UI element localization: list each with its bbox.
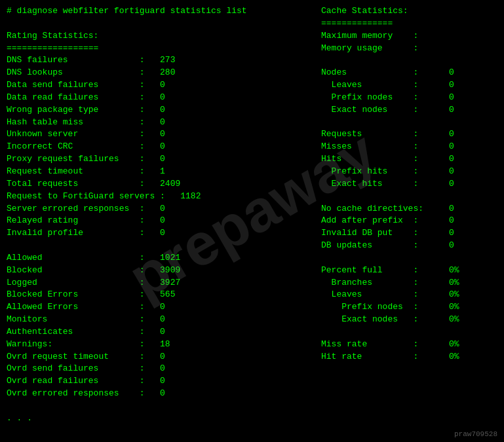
list-item: Blocked Errors : 565 [7, 289, 321, 301]
blank-line [7, 400, 321, 413]
list-item: Hits : 0 [321, 153, 504, 166]
list-item: Monitors : 0 [7, 314, 321, 326]
list-item: Requests : 0 [321, 128, 504, 141]
right-column: Cache Statistics: ============== Maximum… [321, 5, 504, 425]
list-item: Leaves : 0 [321, 79, 504, 92]
blank-line [321, 54, 504, 67]
footer-id: praw709528 [454, 430, 497, 438]
rating-stats-header: Rating Statistics: [7, 30, 321, 43]
list-item: Branches : 0% [321, 277, 504, 289]
list-item: Ovrd send failures : 0 [7, 363, 321, 375]
command-line: # diagnose webfilter fortiguard statisti… [7, 5, 321, 18]
blank-line [321, 252, 504, 265]
list-item: Invalid profile : 0 [7, 227, 321, 240]
list-item: Percent full : 0% [321, 265, 504, 277]
list-item: Request timeout : 1 [7, 166, 321, 178]
list-item: Logged : 3927 [7, 277, 321, 289]
list-item: Authenticates : 0 [7, 326, 321, 339]
list-item: DB updates : 0 [321, 240, 504, 252]
list-item: Leaves : 0% [321, 289, 504, 301]
list-item: Ovrd request timeout : 0 [7, 351, 321, 363]
list-item: Nodes : 0 [321, 67, 504, 79]
list-item: Prefix nodes : 0% [321, 301, 504, 314]
blank-line [7, 240, 321, 252]
list-item: Unknown server : 0 [7, 128, 321, 141]
list-item: Blocked : 3909 [7, 265, 321, 277]
list-item: Miss rate : 0% [321, 339, 504, 351]
list-item: Add after prefix : 0 [321, 215, 504, 227]
blank-line [321, 117, 504, 129]
list-item: Warnings: : 18 [7, 339, 321, 351]
list-item: Maximum memory : [321, 30, 504, 43]
list-item: Proxy request failures : 0 [7, 153, 321, 166]
rating-stats-separator: ================== [7, 43, 321, 55]
left-column: # diagnose webfilter fortiguard statisti… [7, 5, 321, 425]
list-item: Total requests : 2409 [7, 178, 321, 191]
list-item: Data read failures : 0 [7, 92, 321, 104]
list-item: Invalid DB put : 0 [321, 227, 504, 240]
list-item: Ovrd read failures : 0 [7, 375, 321, 388]
list-item: Ovrd errored responses : 0 [7, 388, 321, 400]
list-item: Server errored responses : 0 [7, 203, 321, 215]
blank-line [321, 191, 504, 203]
list-item: Allowed Errors : 0 [7, 301, 321, 314]
list-item: Memory usage : [321, 43, 504, 55]
terminal-window: prepaway # diagnose webfilter fortiguard… [0, 0, 504, 430]
list-item: Incorrect CRC : 0 [7, 141, 321, 153]
list-item: DNS failures : 273 [7, 54, 321, 67]
list-item: Prefix nodes : 0 [321, 92, 504, 104]
list-item: Data send failures : 0 [7, 79, 321, 92]
list-item: Exact nodes : 0 [321, 104, 504, 117]
list-item: Hash table miss : 0 [7, 117, 321, 129]
list-item: No cache directives: 0 [321, 203, 504, 215]
list-item: Exact nodes : 0% [321, 314, 504, 326]
blank-line [321, 326, 504, 339]
list-item: Exact hits : 0 [321, 178, 504, 191]
list-item: Misses : 0 [321, 141, 504, 153]
list-item: Wrong package type : 0 [7, 104, 321, 117]
list-item: Hit rate : 0% [321, 351, 504, 363]
list-item: Prefix hits : 0 [321, 166, 504, 178]
blank-line [7, 18, 321, 30]
list-item: Relayed rating : 0 [7, 215, 321, 227]
list-item: Request to FortiGuard servers : 1182 [7, 191, 321, 203]
list-item: DNS lookups : 280 [7, 67, 321, 79]
list-item: Allowed : 1021 [7, 252, 321, 265]
footer-dots: . . . [7, 413, 321, 425]
cache-stats-separator: ============== [321, 18, 504, 30]
cache-stats-header: Cache Statistics: [321, 5, 504, 18]
